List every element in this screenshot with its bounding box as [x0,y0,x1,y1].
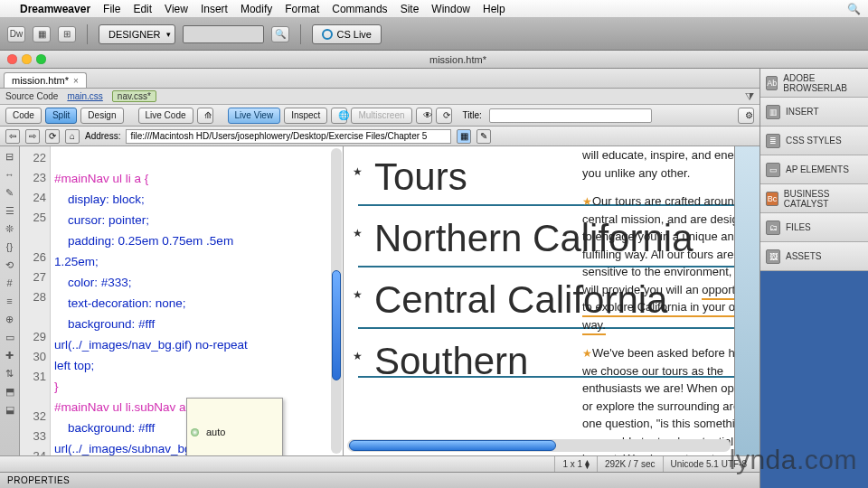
address-bar: ⇦ ⇨ ⟳ ⌂ Address: ▦ ✎ [0,127,760,146]
live-view-button[interactable]: Live View [228,108,281,124]
rail-icon[interactable]: ☰ [4,204,16,217]
address-label: Address: [85,131,120,141]
source-code-link[interactable]: Source Code [5,91,58,101]
os-menubar: Dreamweaver File Edit View Insert Modify… [0,0,868,18]
rail-icon[interactable]: ⬒ [4,385,16,398]
live-view-pane[interactable]: Tours Northern California Central Califo… [344,146,760,455]
code-editor[interactable]: 2223242526272829303132333435 #mainNav ul… [20,146,344,455]
address-input[interactable] [126,129,451,144]
inspect-button[interactable]: Inspect [284,108,327,124]
filter-icon[interactable]: ⧩ [745,90,754,103]
zoom-window-icon[interactable] [36,54,46,64]
panel-files[interactable]: 🗂FILES [760,213,868,242]
menu-format[interactable]: Format [285,3,319,15]
image-strip [734,146,760,455]
multiscreen-button[interactable]: Multiscreen [351,108,411,124]
status-zoom[interactable]: 1 x 1 ⧫ [554,456,596,472]
code-vscrollbar[interactable] [331,148,342,454]
code-toolbar-rail: ⊟↔ ✎☰ ❊{} ⟲# ≡⊕ ▭✚ ⇅⬒ ⬓ [0,146,20,455]
go-icon[interactable]: ▦ [457,129,471,144]
document-titlebar: mission.htm* [0,51,868,69]
related-file-main[interactable]: main.css [67,91,102,101]
browserlab-icon: Ab [766,76,778,90]
refresh-addr-icon[interactable]: ⟳ [45,129,60,144]
rail-icon[interactable]: ≡ [4,295,16,307]
forward-icon[interactable]: ⇨ [25,129,40,144]
inspect-toggle-icon[interactable]: ⟰ [197,108,213,124]
panel-ap[interactable]: ▭AP ELEMENTS [760,155,868,184]
visual-aids-icon[interactable]: 👁 [416,108,432,124]
menu-view[interactable]: View [165,3,188,15]
rail-icon[interactable]: ⊕ [4,313,16,325]
status-encoding: Unicode 5.1 UTF-8 [663,456,754,472]
rail-icon[interactable]: ❊ [4,222,16,235]
extension-icon[interactable]: ⊞ [58,26,76,42]
menu-modify[interactable]: Modify [241,3,272,15]
minimize-window-icon[interactable] [22,54,32,64]
document-toolbar: Code Split Design Live Code ⟰ Live View … [0,105,760,127]
status-size: 292K / 7 sec [597,456,663,472]
spotlight-icon[interactable]: 🔍 [847,3,861,15]
menu-help[interactable]: Help [483,3,505,15]
options-icon[interactable]: ✎ [476,129,491,144]
rail-icon[interactable]: ↔ [4,168,16,181]
menu-file[interactable]: File [103,3,120,15]
window-title: mission.htm* [55,54,861,65]
scrollbar-thumb[interactable] [332,270,341,380]
panel-assets[interactable]: 🖼ASSETS [760,242,868,271]
rail-icon[interactable]: ✚ [4,349,16,361]
live-code-button[interactable]: Live Code [138,108,193,124]
page-title-input[interactable] [489,108,652,123]
refresh-icon[interactable]: ⟳ [436,108,452,124]
rail-icon[interactable]: ⬓ [4,403,16,416]
code-text[interactable]: #mainNav ul li a { display: block; curso… [51,146,343,455]
code-hint-popup[interactable]: auto inherit !important [186,398,283,455]
cs-live-button[interactable]: CS Live [312,24,382,44]
menu-site[interactable]: Site [401,3,420,15]
search-icon[interactable]: 🔍 [271,26,289,42]
rail-icon[interactable]: ⇅ [4,367,16,380]
design-view-button[interactable]: Design [80,108,123,124]
app-icon[interactable]: Dw [7,26,25,42]
rail-icon[interactable]: ⟲ [4,258,16,271]
close-window-icon[interactable] [7,54,17,64]
layout-icon[interactable]: ▦ [33,26,51,42]
panel-browserlab[interactable]: AbADOBE BROWSERLAB [760,69,868,98]
scrollbar-thumb[interactable] [349,440,556,451]
split-view-button[interactable]: Split [45,108,77,124]
title-label: Title: [463,110,482,120]
panel-css[interactable]: ≣CSS STYLES [760,127,868,155]
code-view-button[interactable]: Code [5,108,42,124]
rail-icon[interactable]: # [4,277,16,289]
settings-icon[interactable]: ⚙ [738,108,754,124]
back-icon[interactable]: ⇦ [5,129,20,144]
panel-bc[interactable]: BcBUSINESS CATALYST [760,184,868,213]
assets-icon: 🖼 [766,249,780,264]
ap-icon: ▭ [766,163,780,177]
menu-commands[interactable]: Commands [332,3,387,15]
app-name[interactable]: Dreamweaver [20,3,90,15]
menu-edit[interactable]: Edit [133,3,152,15]
workspace-dropdown[interactable]: DESIGNER [99,24,175,44]
panel-dock: AbADOBE BROWSERLAB ▥INSERT ≣CSS STYLES ▭… [760,69,868,488]
toolbar-search[interactable] [183,25,264,43]
related-file-nav[interactable]: nav.css* [112,90,156,102]
cs-live-icon [322,29,333,40]
status-bar: 1 x 1 ⧫ 292K / 7 sec Unicode 5.1 UTF-8 [0,455,760,472]
rail-icon[interactable]: ⊟ [4,150,16,163]
properties-panel-tab[interactable]: PROPERTIES [0,472,760,488]
browser-icon[interactable]: 🌐 [331,108,347,124]
rail-icon[interactable]: {} [4,240,16,253]
menu-window[interactable]: Window [431,3,470,15]
tab-mission[interactable]: mission.htm* × [4,72,87,88]
live-hscrollbar[interactable] [347,439,731,452]
rail-icon[interactable]: ✎ [4,186,16,199]
line-gutter: 2223242526272829303132333435 [20,146,51,455]
rail-icon[interactable]: ▭ [4,331,16,343]
document-tabs: mission.htm* × [0,69,760,89]
panel-insert[interactable]: ▥INSERT [760,98,868,127]
menu-insert[interactable]: Insert [201,3,228,15]
hint-item[interactable]: auto [206,426,225,438]
close-tab-icon[interactable]: × [73,76,79,86]
home-icon[interactable]: ⌂ [65,129,80,144]
